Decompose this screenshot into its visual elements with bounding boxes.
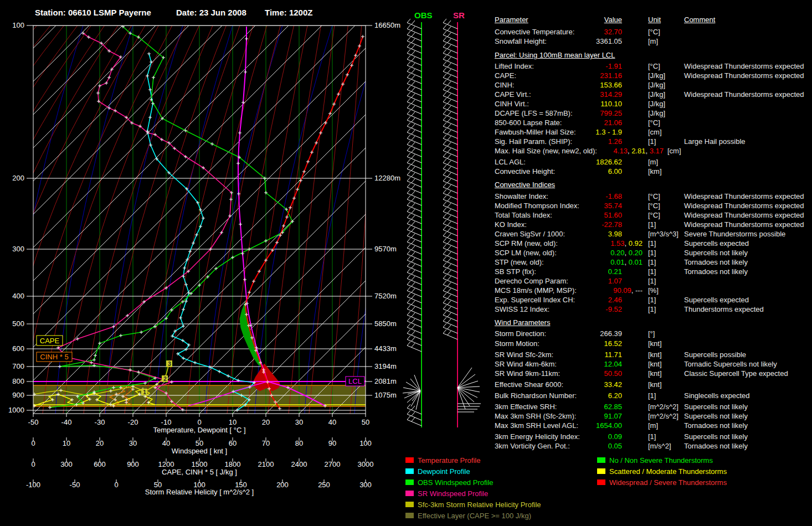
legend-label: Temperature Profile	[418, 456, 480, 465]
legend-label: SR Windspeed Profile	[418, 489, 488, 498]
legend-swatch	[597, 479, 605, 485]
legend-label: OBS Windspeed Profile	[418, 478, 494, 487]
legend-label: Effective Layer (CAPE >= 100 J/kg)	[418, 512, 531, 520]
legend: Temperature ProfileDewpoint ProfileOBS W…	[0, 0, 812, 526]
legend-label: Scattered / Moderate Thunderstorms	[609, 467, 727, 476]
legend-swatch	[597, 457, 605, 463]
legend-label: Widespread / Severe Thunderstorms	[609, 478, 727, 487]
legend-swatch	[405, 491, 414, 496]
legend-swatch	[405, 479, 414, 485]
legend-label: Sfc-3km Storm Relative Helicity Profile	[418, 501, 541, 509]
legend-swatch	[597, 468, 605, 474]
legend-swatch	[405, 513, 414, 518]
legend-swatch	[405, 502, 414, 507]
legend-label: Dewpoint Profile	[418, 467, 470, 476]
sounding-analysis-window: Station: 06610 LSMP Payerne Date: 23 Jun…	[0, 0, 812, 526]
legend-swatch	[405, 468, 414, 474]
legend-label: No / Non Severe Thunderstorms	[609, 456, 713, 465]
legend-swatch	[405, 457, 414, 463]
